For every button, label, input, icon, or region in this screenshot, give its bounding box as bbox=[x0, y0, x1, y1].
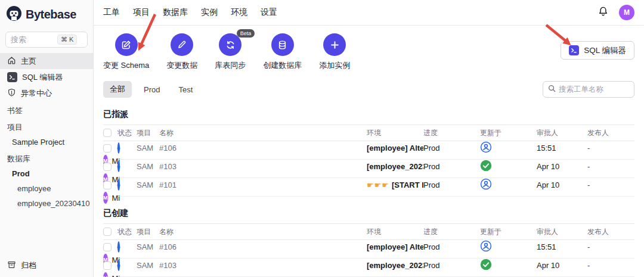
nav-item-settings[interactable]: 设置 bbox=[261, 7, 277, 18]
col-approver: 审批人 bbox=[537, 128, 587, 138]
table-row[interactable]: SAM #106 [employee] Alter schema @04-19 … bbox=[103, 240, 634, 259]
nav-item-environments[interactable]: 环境 bbox=[231, 7, 247, 18]
sidebar-section-projects[interactable]: 项目 bbox=[0, 120, 93, 135]
shield-icon bbox=[7, 88, 16, 99]
sidebar-item-sql-editor-label: SQL 编辑器 bbox=[22, 72, 63, 83]
col-status: 状态 bbox=[117, 227, 137, 237]
user-avatar[interactable]: M bbox=[619, 5, 634, 20]
sidebar-item-sql-editor[interactable]: SQL 编辑器 bbox=[0, 69, 93, 85]
terminal-icon bbox=[7, 72, 17, 82]
sample-project-label: Sample Project bbox=[12, 138, 64, 147]
table-row[interactable]: SAM #106 [employee] Alter schema @04-19 … bbox=[103, 141, 634, 160]
sidebar-search-input[interactable] bbox=[11, 35, 57, 44]
col-name: 名称 bbox=[159, 227, 367, 237]
notification-bell-icon[interactable] bbox=[597, 6, 609, 19]
quick-action-sync-schema[interactable]: Beta 库表同步 bbox=[215, 33, 246, 71]
beta-badge: Beta bbox=[237, 29, 255, 38]
issue-approver: - bbox=[587, 261, 634, 270]
col-progress: 进度 bbox=[423, 128, 480, 138]
bytebase-logo-icon bbox=[6, 5, 22, 23]
select-all-checkbox[interactable] bbox=[103, 228, 112, 236]
table-row[interactable]: SAM #101 ☛☛☛ [START HERE] Add email colu… bbox=[103, 178, 634, 197]
bookmarks-label: 书签 bbox=[7, 105, 23, 116]
quick-action-change-data[interactable]: 变更数据 bbox=[166, 33, 197, 71]
issue-name[interactable]: ☛☛☛ [START HERE] Add email column to Emp… bbox=[367, 180, 423, 190]
section-title-created: 已创建 bbox=[103, 208, 634, 219]
issue-name[interactable]: [employee_20230410] Alter schema @04-10 … bbox=[367, 261, 423, 270]
issue-id: #106 bbox=[159, 242, 367, 251]
section-title-assigned: 已指派 bbox=[103, 109, 634, 120]
quick-action-add-instance[interactable]: 添加实例 bbox=[319, 33, 350, 71]
issue-approver: - bbox=[587, 162, 634, 171]
quick-action-create-database[interactable]: 创建数据库 bbox=[263, 33, 302, 71]
project-key: SAM bbox=[137, 144, 159, 152]
nav-item-issues[interactable]: 工单 bbox=[103, 7, 120, 18]
issue-search-box[interactable] bbox=[543, 81, 634, 98]
database-icon bbox=[271, 33, 294, 56]
table-row[interactable]: SAM #103 [employee_20230410] Alter schem… bbox=[103, 160, 634, 178]
issue-search-input[interactable] bbox=[559, 85, 629, 94]
nav-item-projects[interactable]: 项目 bbox=[133, 7, 150, 18]
issue-name[interactable]: [employee] Alter schema @04-19 15:51 UTC… bbox=[367, 144, 423, 152]
issue-env: Prod bbox=[423, 162, 480, 171]
issue-name[interactable]: [employee_20230410] Alter schema @04-10 … bbox=[367, 162, 423, 171]
sidebar-item-db-employee[interactable]: employee bbox=[0, 181, 93, 196]
sidebar-item-sample-project[interactable]: Sample Project bbox=[0, 135, 93, 150]
issue-name[interactable]: [employee] Alter schema @04-19 15:51 UTC… bbox=[367, 242, 423, 251]
open-status-icon bbox=[117, 161, 120, 172]
open-status-icon bbox=[117, 142, 120, 154]
row-checkbox[interactable] bbox=[103, 243, 112, 251]
sidebar-item-env-prod[interactable]: Prod bbox=[0, 166, 93, 181]
sidebar-item-archive[interactable]: 归档 bbox=[0, 257, 93, 273]
open-status-icon bbox=[117, 241, 120, 253]
alter-schema-label: 变更 Schema bbox=[103, 60, 149, 71]
sidebar-item-anomaly-center[interactable]: 异常中心 bbox=[0, 85, 93, 101]
project-key: SAM bbox=[137, 242, 159, 251]
sidebar-item-home[interactable]: 主页 bbox=[0, 53, 93, 69]
pointer-emoji: ☛☛☛ bbox=[367, 180, 389, 189]
project-key: SAM bbox=[137, 261, 159, 270]
table-row[interactable]: SAM #103 [employee_20230410] Alter schem… bbox=[103, 259, 634, 277]
col-creator: 发布人 bbox=[587, 128, 634, 138]
row-checkbox[interactable] bbox=[103, 181, 112, 189]
terminal-icon bbox=[569, 45, 579, 55]
tab-all[interactable]: 全部 bbox=[103, 81, 132, 98]
tab-prod[interactable]: Prod bbox=[137, 82, 166, 97]
progress-done-icon bbox=[480, 259, 537, 272]
bytebase-logo[interactable]: Bytebase bbox=[0, 0, 93, 28]
sidebar-item-home-label: 主页 bbox=[21, 56, 36, 67]
sidebar-section-bookmarks[interactable]: 书签 bbox=[0, 103, 93, 118]
sidebar-section-databases[interactable]: 数据库 bbox=[0, 151, 93, 166]
issue-env: Prod bbox=[423, 144, 480, 152]
sidebar: Bytebase ⌘ K 主页 SQL 编辑器 bbox=[0, 0, 94, 277]
select-all-checkbox[interactable] bbox=[103, 129, 112, 137]
plus-icon bbox=[323, 33, 346, 56]
projects-label: 项目 bbox=[7, 122, 23, 133]
issue-updated: 15:51 bbox=[537, 242, 587, 251]
issue-approver: - bbox=[587, 144, 634, 152]
creator-name: Mi bbox=[112, 194, 120, 203]
quick-action-alter-schema[interactable]: 变更 Schema bbox=[103, 33, 149, 71]
row-checkbox[interactable] bbox=[103, 163, 112, 171]
issue-creator: M Mi bbox=[103, 192, 117, 204]
col-name: 名称 bbox=[159, 128, 367, 138]
top-nav: 工单 项目 数据库 实例 环境 设置 bbox=[103, 7, 277, 18]
brand-name: Bytebase bbox=[26, 8, 76, 21]
tab-test[interactable]: Test bbox=[172, 82, 199, 97]
sidebar-search[interactable]: ⌘ K bbox=[5, 32, 88, 48]
col-project: 项目 bbox=[137, 128, 159, 138]
issue-id: #106 bbox=[159, 144, 367, 152]
col-progress: 进度 bbox=[423, 227, 480, 237]
sql-editor-button[interactable]: SQL 编辑器 bbox=[561, 41, 634, 60]
nav-item-instances[interactable]: 实例 bbox=[201, 7, 218, 18]
progress-pending-icon bbox=[480, 240, 537, 254]
quick-actions-row: 变更 Schema 变更数据 Beta bbox=[103, 33, 634, 71]
row-checkbox[interactable] bbox=[103, 262, 112, 270]
db-employee-label: employee bbox=[17, 184, 51, 193]
nav-item-databases[interactable]: 数据库 bbox=[163, 7, 188, 18]
sync-schema-label: 库表同步 bbox=[215, 60, 246, 71]
project-key: SAM bbox=[137, 180, 159, 189]
sidebar-item-db-employee-20230410[interactable]: employee_20230410 bbox=[0, 196, 93, 211]
row-checkbox[interactable] bbox=[103, 144, 112, 152]
col-updated: 更新于 bbox=[480, 128, 537, 138]
